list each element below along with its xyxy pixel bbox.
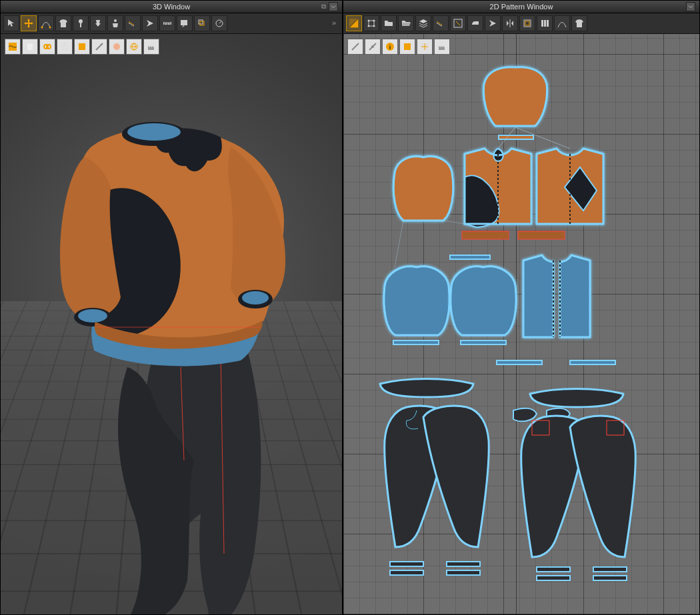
measure-icon[interactable] <box>159 15 175 31</box>
svg-rect-6 <box>181 20 187 25</box>
popout-icon[interactable]: ⧉ <box>321 3 326 11</box>
window-menu-2d[interactable] <box>686 2 695 11</box>
internal-line-icon[interactable] <box>450 15 466 31</box>
piece-yoke-r[interactable] <box>530 389 623 408</box>
align-icon[interactable] <box>537 15 553 31</box>
pressure-icon[interactable] <box>211 15 227 31</box>
svg-point-4 <box>114 19 117 22</box>
svg-rect-34 <box>547 20 549 27</box>
title-2d: 2D Pattern Window <box>490 3 553 11</box>
tack-icon[interactable] <box>90 15 106 31</box>
pane-3d: 3D Window ⧉ » <box>0 0 343 615</box>
piece-placket-1[interactable] <box>497 360 542 364</box>
symmetry-icon[interactable] <box>502 15 518 31</box>
factory-icon[interactable] <box>143 39 159 55</box>
piece-loop-4[interactable] <box>447 570 480 575</box>
trace-icon[interactable] <box>554 15 570 31</box>
edit-pattern-icon[interactable] <box>346 15 362 31</box>
piece-sweater-back[interactable] <box>537 149 603 224</box>
texture-surface-icon[interactable] <box>5 39 21 55</box>
select-arrow-icon[interactable] <box>3 15 19 31</box>
piece-loop-3[interactable] <box>447 562 480 566</box>
show-globe-icon[interactable] <box>126 39 142 55</box>
transform-icon[interactable] <box>363 15 379 31</box>
piece-shirt-sleeve-l[interactable] <box>384 267 449 335</box>
piece-neckband[interactable] <box>499 135 533 139</box>
toolbar-2d-main <box>343 13 699 34</box>
svg-rect-31 <box>525 21 529 25</box>
svg-point-1 <box>49 27 51 29</box>
svg-point-22 <box>127 123 181 141</box>
title-bar-3d: 3D Window ⧉ <box>1 1 342 13</box>
edit-curve-icon[interactable] <box>38 15 54 31</box>
piece-loop-8[interactable] <box>593 576 627 580</box>
svg-rect-32 <box>541 20 543 27</box>
toolbar-3d-main: » <box>1 13 342 34</box>
app-root: 3D Window ⧉ » <box>0 0 700 615</box>
notch-icon[interactable] <box>485 15 501 31</box>
pin-icon[interactable] <box>73 15 89 31</box>
piece-shirt-front[interactable] <box>523 255 553 337</box>
piece-loop-5[interactable] <box>537 567 570 572</box>
layer-icon[interactable] <box>415 15 431 31</box>
piece-shirt-sleeve-r[interactable] <box>451 267 516 335</box>
piece-cuff-2[interactable] <box>461 340 506 344</box>
piece-sweater-sleeve-l[interactable] <box>393 157 453 221</box>
piece-shirt-back[interactable] <box>560 255 590 337</box>
toolbar-expander-3d[interactable]: » <box>329 17 339 28</box>
link-icon[interactable] <box>39 39 55 55</box>
svg-point-15 <box>113 43 120 50</box>
iron-icon[interactable] <box>467 15 483 31</box>
piece-pocket-front-l[interactable] <box>513 408 537 422</box>
dart-icon[interactable] <box>142 15 158 31</box>
piece-pants-back-r[interactable] <box>570 416 635 557</box>
piece-cuff-1[interactable] <box>393 340 439 344</box>
viewport-2d[interactable]: i <box>343 34 699 614</box>
svg-rect-7 <box>199 20 203 24</box>
piece-rib-2[interactable] <box>518 231 565 239</box>
folder-icon[interactable] <box>381 15 397 31</box>
svg-rect-33 <box>544 20 546 27</box>
svg-point-18 <box>78 309 107 322</box>
annotation-icon[interactable] <box>177 15 193 31</box>
show-arrangement-icon[interactable] <box>91 39 107 55</box>
folder-open-icon[interactable] <box>398 15 414 31</box>
piece-loop-7[interactable] <box>593 567 627 572</box>
window-menu-3d[interactable] <box>329 2 338 11</box>
viewport-3d[interactable] <box>1 34 342 614</box>
piece-placket-2[interactable] <box>570 360 615 364</box>
garment-icon[interactable] <box>55 15 71 31</box>
move-icon[interactable] <box>21 15 37 31</box>
show-texture-icon[interactable] <box>74 39 90 55</box>
seam-allowance-icon[interactable] <box>519 15 535 31</box>
sewing-2d-icon[interactable] <box>433 15 449 31</box>
piece-yoke-l[interactable] <box>380 379 473 398</box>
pane-2d: 2D Pattern Window <box>343 0 700 615</box>
sewing-icon[interactable] <box>125 15 141 31</box>
piece-sweater-front[interactable] <box>465 149 531 227</box>
svg-rect-14 <box>79 43 85 50</box>
svg-rect-8 <box>200 21 204 25</box>
svg-rect-3 <box>80 23 81 27</box>
svg-point-20 <box>242 291 269 305</box>
svg-point-13 <box>63 43 67 47</box>
title-bar-2d: 2D Pattern Window <box>343 1 699 13</box>
piece-rib-1[interactable] <box>462 231 509 239</box>
piece-placket-top[interactable] <box>450 255 490 259</box>
garment-display-icon[interactable] <box>22 39 38 55</box>
avatar-icon[interactable] <box>57 39 73 55</box>
garment-3d <box>21 87 327 614</box>
avatar-pose-icon[interactable] <box>107 15 123 31</box>
grading-icon[interactable] <box>194 15 210 31</box>
piece-collar-back[interactable] <box>483 67 547 126</box>
svg-rect-28 <box>369 21 374 26</box>
show-avatar-skin-icon[interactable] <box>109 39 125 55</box>
garment-ref-icon[interactable] <box>571 15 587 31</box>
pattern-canvas <box>343 34 699 614</box>
title-3d: 3D Window <box>153 3 190 11</box>
piece-loop-6[interactable] <box>537 576 570 580</box>
svg-point-0 <box>41 27 43 29</box>
toolbar-3d-sub <box>5 37 159 57</box>
piece-loop-2[interactable] <box>390 570 423 575</box>
piece-loop-1[interactable] <box>390 562 423 566</box>
